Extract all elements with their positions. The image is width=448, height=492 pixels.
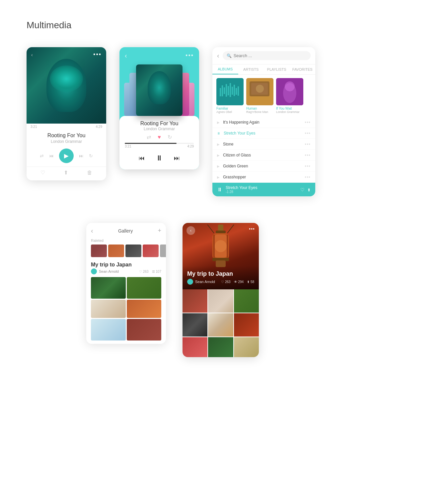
- back-button-detail[interactable]: ‹: [187, 226, 195, 235]
- like-button-p2[interactable]: ♥: [158, 134, 161, 140]
- gallery-img-6[interactable]: [127, 319, 162, 341]
- svg-rect-24: [227, 235, 228, 258]
- share-button-p1[interactable]: ⬆: [64, 169, 68, 176]
- detail-img-8[interactable]: [208, 337, 233, 357]
- track-name-3: Stone: [223, 142, 301, 147]
- play-button-p1[interactable]: ▶: [59, 148, 74, 163]
- svg-rect-3: [224, 87, 225, 94]
- lib-bar-pause-button[interactable]: [217, 187, 222, 193]
- progress-fill: [125, 143, 177, 144]
- shuffle-button-p1[interactable]: ⇄: [40, 153, 44, 158]
- tab-artists[interactable]: ARTISTS: [238, 64, 264, 74]
- gallery-thumb-4[interactable]: [143, 245, 159, 257]
- player-1-header: ‹ •••: [27, 47, 106, 62]
- track-more-6[interactable]: •••: [305, 174, 311, 180]
- detail-img-5[interactable]: [208, 313, 233, 337]
- player-1-song-title: Rooting For You: [31, 133, 102, 139]
- search-bar[interactable]: 🔍: [223, 51, 311, 60]
- svg-rect-1: [220, 88, 221, 96]
- delete-button-p1[interactable]: 🗑: [87, 169, 92, 176]
- gallery-thumb-5[interactable]: [160, 245, 166, 257]
- track-list: ▶ It's Happening Again ••• ⏸ Stretch You…: [212, 117, 315, 183]
- player-1-cover-wrap: ‹ •••: [27, 47, 106, 124]
- track-item-5[interactable]: ▶ Golden Green •••: [212, 161, 315, 172]
- detail-img-6[interactable]: [234, 313, 259, 337]
- pause-button-p2[interactable]: ⏸: [153, 151, 166, 165]
- album-name-ifyouwait: If You Wait: [276, 107, 303, 110]
- detail-img-3[interactable]: [234, 289, 259, 313]
- repeat-button-p2[interactable]: ↻: [168, 134, 172, 140]
- repeat-button-p1[interactable]: ↻: [89, 153, 93, 158]
- gallery-img-3[interactable]: [91, 300, 126, 318]
- track-item-1[interactable]: ▶ It's Happening Again •••: [212, 117, 315, 128]
- prev-button-p2[interactable]: ⏮: [139, 155, 145, 162]
- track-more-5[interactable]: •••: [305, 163, 311, 169]
- track-more-3[interactable]: •••: [305, 142, 311, 147]
- track-item-2[interactable]: ⏸ Stretch Your Eyes •••: [212, 128, 315, 139]
- lib-bar-actions: [300, 187, 311, 192]
- back-button-p1[interactable]: ‹: [31, 52, 33, 57]
- album-name-familiar: Familiar: [216, 107, 244, 110]
- gallery-img-1[interactable]: [91, 277, 126, 299]
- track-item-4[interactable]: ▶ Citizen of Glass •••: [212, 150, 315, 161]
- hero-shares: ⬆ 58: [247, 280, 254, 284]
- progress-track[interactable]: [125, 143, 194, 144]
- track-more-1[interactable]: •••: [305, 120, 311, 125]
- track-item-3[interactable]: ▶ Stone •••: [212, 139, 315, 150]
- track-name-6: Grasshopper: [223, 175, 301, 179]
- track-more-2[interactable]: •••: [305, 131, 311, 136]
- player-2-controls: ⏮ ⏸ ⏭: [125, 151, 194, 165]
- svg-rect-6: [230, 83, 231, 97]
- track-play-icon-5: ▶: [217, 164, 220, 168]
- gallery-img-5[interactable]: [91, 319, 126, 341]
- prev-button-p1[interactable]: ⏮: [49, 153, 54, 158]
- svg-point-14: [256, 85, 264, 93]
- back-button-gallery[interactable]: ‹: [91, 227, 93, 235]
- gallery-detail: ‹ ••• My trip to Japan Sean Arnold ♡ 263…: [183, 223, 259, 357]
- detail-img-7[interactable]: [183, 337, 207, 357]
- gallery-thumb-3[interactable]: [125, 245, 141, 257]
- track-item-6[interactable]: ▶ Grasshopper •••: [212, 172, 315, 183]
- gallery-thumb-1[interactable]: [91, 245, 107, 257]
- track-name-5: Golden Green: [223, 164, 301, 168]
- svg-rect-9: [236, 88, 237, 95]
- more-button-detail[interactable]: •••: [249, 226, 255, 232]
- lib-bar-heart-button[interactable]: [300, 187, 305, 192]
- next-button-p2[interactable]: ⏭: [174, 155, 180, 162]
- track-more-4[interactable]: •••: [305, 152, 311, 158]
- like-button-p1[interactable]: ♡: [40, 169, 45, 176]
- detail-img-2[interactable]: [208, 289, 233, 313]
- album-artist-ifyouwait: London Grammar: [276, 110, 303, 114]
- more-dots-p1[interactable]: •••: [93, 51, 102, 58]
- lib-bar-share-button[interactable]: [307, 187, 311, 192]
- album-thumb-human[interactable]: Human Rag'n'Bone Man: [246, 78, 273, 114]
- author-avatar: [91, 268, 97, 274]
- gallery-img-4[interactable]: [127, 300, 162, 318]
- album-art-familiar: [216, 78, 244, 105]
- tab-favorites[interactable]: FAVORITES: [290, 64, 316, 74]
- shuffle-button-p2[interactable]: ⇄: [147, 134, 151, 140]
- back-button-lib[interactable]: ‹: [217, 52, 219, 59]
- album-art-human: [246, 78, 273, 105]
- next-button-p1[interactable]: ⏭: [79, 153, 84, 158]
- tab-playlists[interactable]: PLAYLISTS: [264, 64, 290, 74]
- album-thumb-familiar[interactable]: Familiar Agnes Obel: [216, 78, 244, 114]
- tab-albums[interactable]: ALBUMS: [212, 64, 238, 74]
- gallery-stats: ♡ 263 ☰ 107: [139, 270, 161, 273]
- detail-img-4[interactable]: [183, 313, 207, 337]
- add-button-gallery[interactable]: +: [158, 227, 161, 234]
- search-input[interactable]: [234, 53, 307, 58]
- gallery-thumb-2[interactable]: [108, 245, 124, 257]
- detail-img-1[interactable]: [183, 289, 207, 313]
- detail-img-9[interactable]: [234, 337, 259, 357]
- hero-views: 👁 294: [234, 280, 244, 284]
- album-artist-human: Rag'n'Bone Man: [246, 110, 273, 114]
- album-thumb-ifyouwait[interactable]: If You Wait London Grammar: [276, 78, 303, 114]
- gallery-img-2[interactable]: [127, 277, 162, 299]
- player-2-album-area: [119, 56, 199, 116]
- lib-bar-time: -1:28: [226, 190, 297, 194]
- player-1-controls: ⇄ ⏮ ▶ ⏭ ↻: [27, 145, 106, 166]
- lib-header: ‹ 🔍: [212, 47, 315, 64]
- search-icon: 🔍: [227, 53, 232, 58]
- gallery-detail-hero: ‹ ••• My trip to Japan Sean Arnold ♡ 263…: [183, 223, 259, 289]
